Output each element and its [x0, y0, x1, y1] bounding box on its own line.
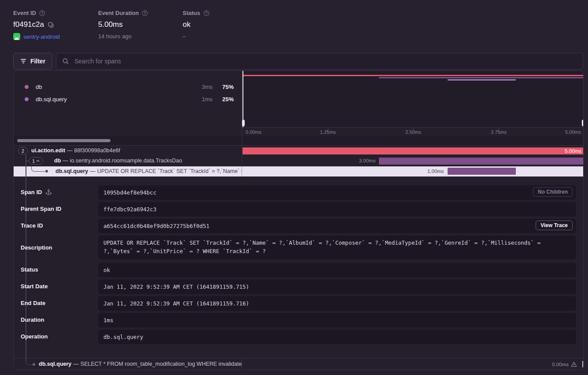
end-date-value: Jan 11, 2022 9:52:39 AM CET (1641891159.… — [103, 300, 249, 307]
span-row-ui-action-edit[interactable]: 2 ui.action.edit—88f300998a0b4e6f 5.00ms — [14, 146, 584, 156]
no-children-badge: No Children — [533, 187, 573, 197]
span-row-db-sql-query-select[interactable]: db.sql.query—SELECT * FROM room_table_mo… — [14, 358, 584, 370]
tree-scroll-strip — [14, 136, 584, 146]
event-id-value: f0491c2a — [13, 20, 44, 29]
legend-duration: 3ms — [202, 84, 213, 90]
span-duration-bar: 5.00ms — [243, 147, 584, 154]
axis-tick-label: 1.25ms — [320, 128, 336, 136]
axis-tick-label: 0.00ms — [246, 128, 261, 136]
event-id-block: Event ID f0491c2a sentry-android — [13, 10, 60, 40]
span-row-db-sql-query-selected[interactable]: db.sql.query—UPDATE OR REPLACE `Track` S… — [14, 166, 584, 176]
trace-id-value-box: a654cc61dc0b48ef9d0b27275b6f0d51 View Tr… — [98, 219, 576, 233]
status-value: ok — [183, 20, 191, 29]
project-link[interactable]: sentry-android — [23, 33, 60, 40]
parent-span-id-value-box: ffe7dbc92a6942c3 — [98, 202, 576, 217]
span-duration-label: 5.00ms — [565, 147, 581, 154]
description-value-box: UPDATE OR REPLACE `Track` SET `TrackId` … — [98, 235, 576, 259]
axis-tick-label: 3.75ms — [491, 128, 507, 136]
event-duration-block: Event Duration 5.00ms 14 hours ago — [98, 10, 148, 40]
event-id-label: Event ID — [13, 10, 36, 16]
legend-dot — [25, 85, 29, 89]
span-desc: UPDATE OR REPLACE `Track` SET `TrackId` … — [97, 168, 242, 174]
spans-panel: db 3ms 75% db.sql.query 1ms 25% 0.00ms 1… — [13, 70, 584, 370]
children-count-pill[interactable]: 2 — [18, 147, 28, 154]
span-tree: 2 ui.action.edit—88f300998a0b4e6f 5.00ms… — [14, 146, 584, 176]
span-duration-bar — [379, 158, 584, 165]
legend-percent: 25% — [222, 96, 234, 103]
legend-item-db-sql-query: db.sql.query 1ms 25% — [14, 93, 242, 105]
event-duration-value: 5.00ms — [98, 20, 123, 29]
parent-span-id-label: Parent Span ID — [21, 202, 61, 215]
end-date-label: End Date — [21, 296, 45, 309]
span-op: db.sql.query — [55, 168, 88, 174]
minimap-span-bar — [243, 75, 584, 76]
description-label: Description — [21, 235, 52, 259]
start-date-label: Start Date — [21, 279, 48, 293]
zero-duration-span-bar — [582, 361, 584, 368]
span-desc: SELECT * FROM room_table_modification_lo… — [81, 361, 242, 367]
operation-label: Operation — [21, 330, 48, 343]
span-desc: io.sentry.android.roomsample.data.Tracks… — [70, 158, 182, 164]
filter-icon — [20, 59, 26, 64]
status-block: Status ok – — [183, 10, 209, 40]
search-input[interactable] — [74, 57, 577, 65]
legend-dot — [25, 97, 29, 101]
children-count-pill[interactable]: 1 — [29, 157, 43, 165]
detail-status-label: Status — [21, 263, 38, 276]
trace-minimap[interactable] — [243, 71, 584, 127]
warning-icon — [571, 361, 577, 367]
operation-value: db.sql.query — [103, 334, 143, 340]
span-op: ui.action.edit — [31, 147, 65, 154]
axis-tick-label: 5.00ms — [565, 128, 581, 136]
horizontal-scrollbar[interactable] — [17, 139, 110, 142]
span-duration-label: 3.00ms — [359, 156, 376, 166]
status-sub: – — [183, 33, 186, 40]
legend-percent: 75% — [222, 84, 234, 90]
span-search-bar[interactable] — [56, 53, 583, 70]
help-icon[interactable] — [203, 10, 209, 16]
start-date-value-box: Jan 11, 2022 9:52:39 AM CET (1641891159.… — [98, 279, 576, 294]
detail-status-value: ok — [103, 267, 110, 273]
legend-duration: 1ms — [202, 96, 213, 103]
start-date-value: Jan 11, 2022 9:52:39 AM CET (1641891159.… — [103, 283, 249, 290]
status-label: Status — [183, 10, 200, 16]
end-date-value-box: Jan 11, 2022 9:52:39 AM CET (1641891159.… — [98, 296, 576, 311]
legend-op-name: db.sql.query — [36, 96, 67, 103]
chevron-up-icon — [36, 160, 40, 162]
span-id-label: Span ID — [21, 185, 52, 199]
anchor-icon[interactable] — [45, 189, 52, 195]
column-divider — [242, 136, 243, 146]
duration-value: 1ms — [103, 317, 114, 324]
filter-button[interactable]: Filter — [13, 53, 52, 70]
help-icon[interactable] — [39, 10, 45, 16]
search-icon — [62, 58, 69, 65]
legend-op-name: db — [36, 84, 42, 90]
help-icon[interactable] — [142, 10, 148, 16]
span-op: db — [54, 158, 61, 164]
span-duration-label: 1.00ms — [427, 166, 444, 176]
legend-item-db: db 3ms 75% — [14, 81, 242, 93]
span-desc: 88f300998a0b4e6f — [74, 147, 120, 154]
copy-icon[interactable] — [48, 22, 54, 28]
span-op: db.sql.query — [39, 361, 71, 367]
duration-value-box: 1ms — [98, 313, 576, 327]
trace-id-label: Trace ID — [21, 219, 43, 232]
description-value: UPDATE OR REPLACE `Track` SET `TrackId` … — [103, 239, 540, 254]
minimap-right-handle[interactable] — [583, 71, 584, 127]
span-duration-label: 0.00ms — [552, 362, 569, 367]
trace-id-value: a654cc61dc0b48ef9d0b27275b6f0d51 — [103, 223, 209, 229]
filter-button-label: Filter — [30, 58, 45, 65]
span-id-value-box: 1095bd4ef8e94bcc No Children — [98, 185, 576, 200]
view-trace-button[interactable]: View Trace — [536, 221, 573, 230]
span-row-db[interactable]: 1 db—io.sentry.android.roomsample.data.T… — [14, 156, 584, 166]
duration-label: Duration — [21, 313, 44, 326]
android-platform-icon — [13, 33, 20, 40]
span-op-legend: db 3ms 75% db.sql.query 1ms 25% — [14, 71, 242, 136]
time-axis: 0.00ms 1.25ms 2.50ms 3.75ms 5.00ms — [243, 127, 584, 136]
event-time-ago: 14 hours ago — [98, 33, 132, 40]
operation-value-box: db.sql.query — [98, 330, 576, 344]
minimap-left-handle[interactable] — [243, 71, 243, 127]
minimap-span-bar — [448, 79, 516, 81]
span-id-value: 1095bd4ef8e94bcc — [103, 189, 156, 196]
parent-span-id-value: ffe7dbc92a6942c3 — [103, 206, 156, 213]
